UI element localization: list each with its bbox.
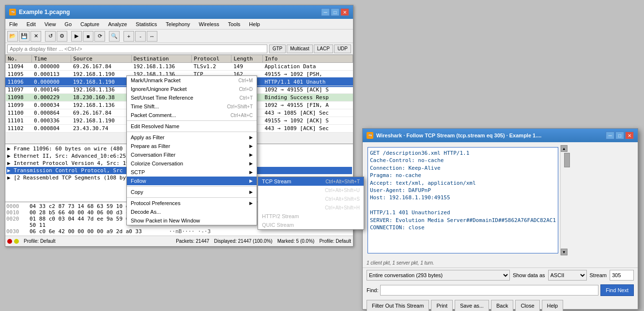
table-row[interactable]: 110940.00000069.26.167.84192.168.1.136TL… xyxy=(6,63,353,71)
menu-telephony[interactable]: Telephony xyxy=(164,21,192,28)
stream-label: Stream xyxy=(590,272,607,278)
tcp-stats: 1 client pkt, 1 server pkt, 1 turn. xyxy=(363,258,638,267)
toolbar-open[interactable]: 📂 xyxy=(7,31,18,42)
col-destination[interactable]: Destination xyxy=(131,55,192,63)
maximize-button[interactable]: □ xyxy=(331,8,339,16)
tcp-minimize-button[interactable]: ─ xyxy=(606,132,614,139)
filter-input[interactable] xyxy=(7,44,267,53)
toolbar-close[interactable]: ✕ xyxy=(31,31,41,42)
tcp-controls-row: Entire conversation (293 bytes) Client o… xyxy=(363,267,638,282)
filter-lacp[interactable]: LACP xyxy=(314,44,333,53)
ctx-sep2 xyxy=(127,132,257,132)
toolbar: 📂 💾 ✕ ↺ ⚙ ▶ ■ ⟳ 🔍 + - ↔ xyxy=(5,30,353,43)
tcp-stream-window: 🦈 Wireshark · Follow TCP Stream (tcp.str… xyxy=(362,128,638,310)
ctx-prepare-filter[interactable]: Prepare as Filter ▶ xyxy=(127,142,257,150)
main-window: 🦈 Example 1.pcapng ─ □ ✕ File Edit View … xyxy=(5,5,353,247)
ctx-sep1 xyxy=(127,120,257,121)
ctx-edit-resolved[interactable]: Edit Resolved Name xyxy=(127,122,257,131)
minimize-button[interactable]: ─ xyxy=(321,8,330,16)
toolbar-find[interactable]: 🔍 xyxy=(109,31,120,42)
conversation-select[interactable]: Entire conversation (293 bytes) Client o… xyxy=(367,270,510,281)
col-no[interactable]: No. xyxy=(6,55,32,63)
filter-multicast[interactable]: Multicast xyxy=(287,44,312,53)
menu-file[interactable]: File xyxy=(7,21,20,28)
filter-out-stream-button[interactable]: Filter Out This Stream xyxy=(367,300,429,311)
ctx-copy[interactable]: Copy ▶ xyxy=(127,188,257,196)
follow-http-stream[interactable]: HTTP Stream Ctrl+Alt+Shift+H xyxy=(258,203,364,212)
stream-input[interactable] xyxy=(610,270,634,281)
status-indicator-red xyxy=(7,239,12,244)
menu-go[interactable]: Go xyxy=(62,21,74,28)
follow-quic-stream[interactable]: QUIC Stream xyxy=(258,221,364,229)
find-input[interactable] xyxy=(380,285,598,296)
menu-tools[interactable]: Tools xyxy=(226,21,243,28)
toolbar-save[interactable]: 💾 xyxy=(19,31,30,42)
toolbar-zoom-out[interactable]: - xyxy=(135,31,146,42)
ctx-show-new-window[interactable]: Show Packet in New Window xyxy=(127,216,257,225)
scroll-thumb[interactable] xyxy=(564,153,570,167)
close-button[interactable]: ✕ xyxy=(340,8,349,16)
toolbar-reload[interactable]: ↺ xyxy=(45,31,56,42)
scroll-up-btn[interactable]: ▲ xyxy=(561,145,567,152)
ctx-ignore[interactable]: Ignore/Unignore Packet Ctrl+D xyxy=(127,85,257,93)
tcp-line-8: SERVER: Evolution Media Server##DomainID… xyxy=(370,217,556,224)
tcp-line-5: User-Agent: DAFUPnP xyxy=(370,187,556,194)
tcp-line-4: Accept: text/xml, application/xml xyxy=(370,179,556,187)
tcp-close-button[interactable]: ✕ xyxy=(625,132,634,139)
tcp-scrollbar[interactable]: ▲ ▼ xyxy=(560,145,567,255)
col-info[interactable]: Info xyxy=(262,55,353,63)
menu-view[interactable]: View xyxy=(43,21,58,28)
menu-statistics[interactable]: Statistics xyxy=(134,21,159,28)
toolbar-zoom-reset[interactable]: ↔ xyxy=(147,31,157,42)
ctx-time-ref[interactable]: Set/Unset Time Reference Ctrl+T xyxy=(127,93,257,102)
ctx-decode-as[interactable]: Decode As... xyxy=(127,207,257,216)
col-source[interactable]: Source xyxy=(71,55,132,63)
toolbar-capture-opts[interactable]: ⚙ xyxy=(57,31,67,42)
follow-tls-stream[interactable]: TLS Stream Ctrl+Alt+Shift+S xyxy=(258,194,364,203)
col-time[interactable]: Time xyxy=(32,55,71,63)
filter-udp[interactable]: UDP xyxy=(334,44,351,53)
follow-udp-stream[interactable]: UDP Stream Ctrl+Alt+Shift+U xyxy=(258,186,364,194)
save-as-button[interactable]: Save as... xyxy=(455,300,489,311)
tcp-content-wrapper: GET /description36.xml HTTP/1.1 Cache-Co… xyxy=(366,145,635,255)
menu-wireless[interactable]: Wireless xyxy=(197,21,221,28)
toolbar-restart[interactable]: ⟳ xyxy=(94,31,105,42)
print-button[interactable]: Print xyxy=(431,300,453,311)
help-button[interactable]: Help xyxy=(542,300,564,311)
menu-analyze[interactable]: Analyze xyxy=(106,21,129,28)
ctx-sctp[interactable]: SCTP ▶ xyxy=(127,168,257,177)
show-data-label: Show data as xyxy=(513,272,545,278)
tcp-title: Wireshark · Follow TCP Stream (tcp.strea… xyxy=(376,133,541,138)
menu-bar: File Edit View Go Capture Analyze Statis… xyxy=(5,19,353,30)
toolbar-start[interactable]: ▶ xyxy=(71,31,82,42)
tcp-close-btn[interactable]: Close xyxy=(515,300,539,311)
ctx-time-shift[interactable]: Time Shift... Ctrl+Shift+T xyxy=(127,102,257,111)
ctx-conv-filter[interactable]: Conversation Filter ▶ xyxy=(127,150,257,159)
follow-http2-stream[interactable]: HTTP/2 Stream xyxy=(258,212,364,221)
find-label: Find: xyxy=(367,287,378,293)
ctx-apply-filter[interactable]: Apply as Filter ▶ xyxy=(127,133,257,142)
ctx-packet-comment[interactable]: Packet Comment... Ctrl+Alt+C xyxy=(127,111,257,119)
ctx-proto-prefs[interactable]: Protocol Preferences ▶ xyxy=(127,199,257,207)
ctx-colorize[interactable]: Colorize Conversation ▶ xyxy=(127,159,257,168)
tcp-line-9: CONNECTION: close xyxy=(370,224,556,231)
show-data-select[interactable]: ASCII Hex Dump C Arrays Raw xyxy=(548,270,587,281)
toolbar-zoom-in[interactable]: + xyxy=(123,31,134,42)
tcp-app-icon: 🦈 xyxy=(367,132,373,139)
find-next-button[interactable]: Find Next xyxy=(600,284,634,296)
menu-edit[interactable]: Edit xyxy=(25,21,38,28)
back-button[interactable]: Back xyxy=(491,300,513,311)
follow-tcp-stream[interactable]: TCP Stream Ctrl+Alt+Shift+T xyxy=(258,177,364,186)
tcp-maximize-button[interactable]: □ xyxy=(615,132,624,139)
menu-capture[interactable]: Capture xyxy=(78,21,101,28)
ctx-mark-unmark[interactable]: Mark/Unmark Packet Ctrl+M xyxy=(127,76,257,85)
filter-gtp[interactable]: GTP xyxy=(269,44,286,53)
scroll-down-btn[interactable]: ▼ xyxy=(561,249,567,255)
toolbar-stop[interactable]: ■ xyxy=(83,31,93,42)
menu-help[interactable]: Help xyxy=(247,21,262,28)
ctx-sep3 xyxy=(127,186,257,187)
col-length[interactable]: Length xyxy=(231,55,263,63)
ctx-follow[interactable]: Follow ▶ TCP Stream Ctrl+Alt+Shift+T UDP… xyxy=(127,177,257,185)
status-profile: Profile: Default xyxy=(319,238,351,244)
col-protocol[interactable]: Protocol xyxy=(192,55,231,63)
